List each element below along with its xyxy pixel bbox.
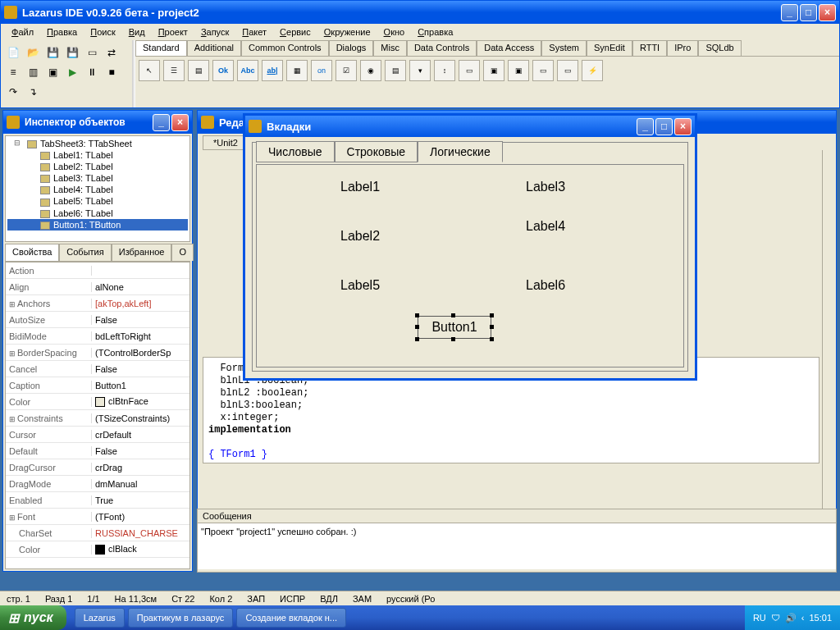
menu-Окно[interactable]: Окно (378, 25, 411, 39)
comp-scrollbar[interactable]: ↕ (434, 60, 455, 81)
designer-titlebar[interactable]: Вкладки _ □ × (245, 116, 695, 137)
button1[interactable]: Button1 (418, 316, 491, 339)
stop-icon[interactable]: ■ (103, 63, 121, 81)
minimize-button[interactable]: _ (781, 4, 798, 21)
toggle-form-icon[interactable]: ⇄ (103, 43, 121, 62)
menu-Правка[interactable]: Правка (41, 25, 83, 39)
comp-mainmenu[interactable]: ☰ (163, 60, 185, 81)
tree-item[interactable]: TabSheet3: TTabSheet (7, 138, 188, 149)
close-button[interactable]: × (819, 4, 836, 21)
menu-Окружение[interactable]: Окружение (318, 25, 377, 39)
comp-label[interactable]: Abc (237, 60, 258, 81)
new-icon[interactable]: 📄 (4, 43, 22, 62)
comp-radiogroup[interactable]: ▣ (483, 60, 504, 81)
menu-Поиск[interactable]: Поиск (84, 25, 121, 39)
units-icon[interactable]: ▥ (24, 63, 42, 81)
property-row[interactable]: Font(TFont) (6, 509, 189, 525)
comp-groupbox[interactable]: ▭ (459, 60, 480, 81)
tray-chevron-icon[interactable]: ‹ (801, 613, 805, 623)
stepinto-icon[interactable]: ↴ (24, 83, 42, 101)
component-tree[interactable]: TabSheet3: TTabSheetLabel1: TLabelLabel2… (5, 135, 190, 242)
label4[interactable]: Label4 (524, 219, 567, 234)
comp-togglebox[interactable]: on (311, 60, 332, 81)
property-row[interactable]: AutoSizeFalse (6, 312, 189, 328)
property-row[interactable]: DefaultFalse (6, 443, 189, 459)
sel-handle[interactable] (490, 313, 494, 317)
palette-tab-additional[interactable]: Additional (187, 40, 241, 56)
menu-Проект[interactable]: Проект (153, 25, 194, 39)
inspector-titlebar[interactable]: Инспектор объектов _ × (3, 111, 192, 134)
tree-item[interactable]: Label3: TLabel (7, 172, 188, 184)
palette-tab-synedit[interactable]: SynEdit (587, 40, 632, 56)
label2[interactable]: Label2 (339, 229, 381, 244)
property-row[interactable]: DragModedmManual (6, 476, 189, 492)
minimize-button[interactable]: _ (637, 118, 654, 135)
maximize-button[interactable]: □ (655, 118, 673, 135)
maximize-button[interactable]: □ (800, 4, 817, 21)
palette-tab-common-controls[interactable]: Common Controls (241, 40, 329, 56)
new-unit-icon[interactable]: ≡ (4, 63, 22, 81)
property-row[interactable]: ColorclBtnFace (6, 394, 189, 410)
tray-shield-icon[interactable]: 🛡 (771, 613, 780, 623)
prop-tab-0[interactable]: Свойства (5, 244, 59, 261)
close-button[interactable]: × (674, 118, 692, 135)
comp-frame[interactable]: ▭ (557, 60, 578, 81)
messages-body[interactable]: "Проект "project1" успешно собран. :) (198, 523, 836, 569)
menu-Сервис[interactable]: Сервис (274, 25, 317, 39)
sel-handle[interactable] (415, 337, 419, 341)
property-row[interactable]: DragCursorcrDrag (6, 459, 189, 476)
palette-tab-standard[interactable]: Standard (135, 40, 187, 56)
taskbar-task[interactable]: Практикум в лазарус (128, 608, 234, 628)
comp-actionlist[interactable]: ⚡ (582, 60, 603, 81)
pointer-icon[interactable]: ↖ (139, 60, 160, 81)
sel-handle[interactable] (415, 325, 419, 329)
comp-panel[interactable]: ▭ (532, 60, 554, 81)
sel-handle[interactable] (451, 313, 455, 317)
form-designer-window[interactable]: Вкладки _ □ × Числовые Строковые Логичес… (243, 113, 697, 381)
tab-numeric[interactable]: Числовые (256, 141, 335, 162)
tree-item[interactable]: Label2: TLabel (7, 161, 188, 172)
prop-tab-1[interactable]: События (59, 244, 111, 261)
property-row[interactable]: ColorclBlack (6, 541, 189, 558)
menu-Вид[interactable]: Вид (123, 25, 151, 39)
label3[interactable]: Label3 (524, 180, 567, 194)
tree-item[interactable]: Label6: TLabel (7, 208, 188, 219)
menu-Запуск[interactable]: Запуск (195, 25, 235, 39)
palette-tab-data-access[interactable]: Data Access (477, 40, 541, 56)
property-row[interactable]: AlignalNone (6, 279, 189, 295)
taskbar-task[interactable]: Создание вкладок н... (236, 608, 346, 628)
label5[interactable]: Label5 (339, 278, 381, 293)
pause-icon[interactable]: ⏸ (83, 63, 101, 81)
forms-icon[interactable]: ▣ (43, 63, 62, 81)
tab-page[interactable]: Label1 Label3 Label2 Label4 Label5 Label… (256, 164, 684, 368)
new-form-icon[interactable]: ▭ (83, 43, 101, 62)
palette-tab-dialogs[interactable]: Dialogs (329, 40, 374, 56)
open-icon[interactable]: 📂 (24, 43, 42, 62)
tab-boolean[interactable]: Логические (418, 141, 503, 162)
save-icon[interactable]: 💾 (43, 43, 62, 62)
comp-combobox[interactable]: ▾ (409, 60, 431, 81)
tree-item[interactable]: Label5: TLabel (7, 195, 188, 207)
tree-item[interactable]: Button1: TButton (7, 219, 188, 231)
palette-tab-misc[interactable]: Misc (373, 40, 407, 56)
form-design-surface[interactable]: Числовые Строковые Логические Label1 Lab… (252, 142, 688, 372)
sel-handle[interactable] (451, 337, 455, 341)
comp-memo[interactable]: ▦ (286, 60, 308, 81)
comp-popupmenu[interactable]: ▤ (188, 60, 209, 81)
prop-tab-2[interactable]: Избранное (112, 244, 172, 261)
property-row[interactable]: CharSetRUSSIAN_CHARSE (6, 525, 189, 541)
property-row[interactable]: Constraints(TSizeConstraints) (6, 410, 189, 427)
label6[interactable]: Label6 (524, 278, 567, 293)
property-row[interactable]: CaptionButton1 (6, 377, 189, 394)
comp-edit[interactable]: ab| (262, 60, 283, 81)
palette-tab-system[interactable]: System (541, 40, 587, 56)
minimize-button[interactable]: _ (153, 114, 170, 131)
menu-Файл[interactable]: Файл (6, 25, 39, 39)
property-row[interactable]: Action (6, 262, 189, 279)
property-row[interactable]: BidiModebdLeftToRight (6, 328, 189, 345)
palette-tab-sqldb[interactable]: SQLdb (698, 40, 741, 56)
close-button[interactable]: × (171, 114, 189, 131)
property-row[interactable]: BorderSpacing(TControlBorderSp (6, 345, 189, 361)
start-button[interactable]: ⊞пуск (0, 605, 66, 630)
tree-item[interactable]: Label4: TLabel (7, 184, 188, 195)
